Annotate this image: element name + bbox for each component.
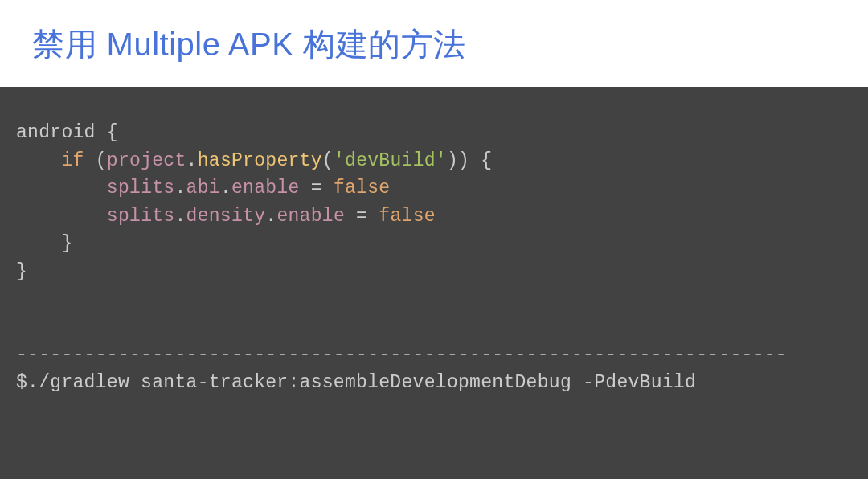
slide-title: 禁用 Multiple APK 构建的方法 bbox=[32, 23, 836, 67]
code-line-1: android { bbox=[16, 122, 118, 143]
code-line-3: splits.abi.enable = false bbox=[16, 178, 390, 198]
code-line-5: } bbox=[16, 233, 73, 254]
code-line-2: if (project.hasProperty('devBuild')) { bbox=[16, 150, 492, 171]
slide-header: 禁用 Multiple APK 构建的方法 bbox=[0, 0, 868, 87]
code-line-4: splits.density.enable = false bbox=[16, 206, 436, 227]
divider-line: ----------------------------------------… bbox=[16, 344, 787, 365]
code-block: android { if (project.hasProperty('devBu… bbox=[0, 87, 868, 479]
code-line-6: } bbox=[16, 261, 27, 282]
command-line: $./gradlew santa-tracker:assembleDevelop… bbox=[16, 372, 696, 393]
